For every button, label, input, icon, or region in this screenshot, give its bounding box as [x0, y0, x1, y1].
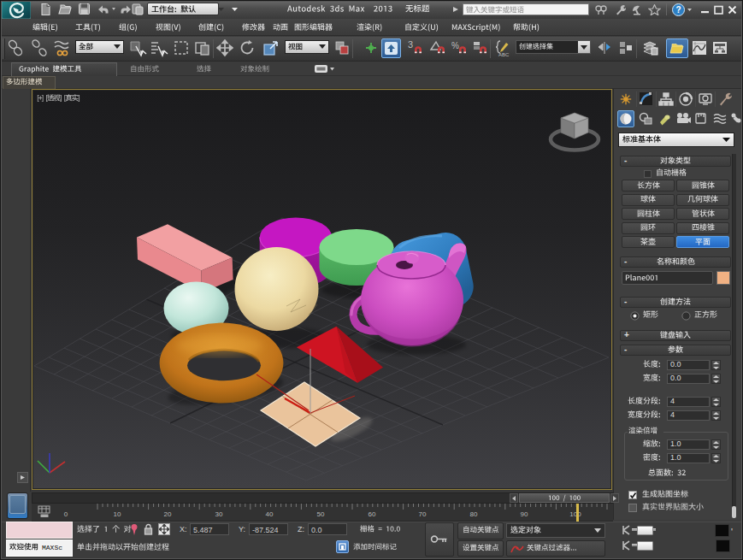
svg-text:3: 3 — [408, 39, 413, 50]
svg-text:?: ? — [675, 5, 681, 15]
svg-text:%: % — [451, 41, 459, 50]
svg-text:ABC: ABC — [498, 52, 510, 57]
